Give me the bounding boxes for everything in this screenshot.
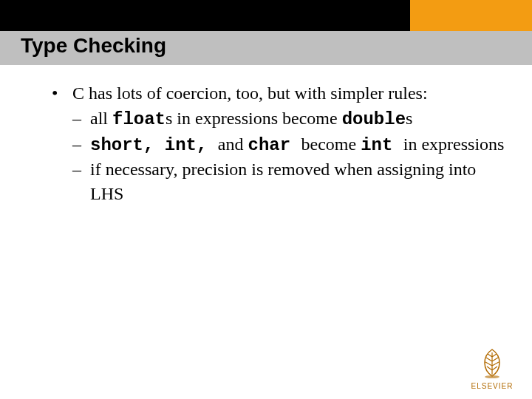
plain-text: all (90, 109, 112, 128)
publisher-logo: ELSEVIER (466, 345, 519, 390)
plain-text: s (406, 109, 412, 128)
sub-bullet-text: if necessary, precision is removed when … (90, 157, 506, 205)
bullet-item: • C has lots of coercion, too, but with … (52, 81, 506, 205)
header-orange-block (410, 0, 532, 31)
sub-bullet-item: –short, int, and char become int in expr… (72, 132, 506, 157)
bullet-text-wrap: C has lots of coercion, too, but with si… (72, 81, 506, 205)
elsevier-tree-icon (474, 345, 510, 381)
sub-bullet-marker: – (72, 157, 90, 205)
sub-bullet-text: short, int, and char become int in expre… (90, 132, 506, 157)
sub-bullet-text: all floats in expressions become doubles (90, 106, 506, 132)
svg-point-1 (485, 375, 499, 378)
sub-bullet-marker: – (72, 132, 90, 157)
sub-bullet-item: –if necessary, precision is removed when… (72, 157, 506, 205)
bullet-text: C has lots of coercion, too, but with si… (72, 81, 506, 105)
plain-text: become (301, 134, 361, 154)
sub-bullet-list: –all floats in expressions become double… (72, 106, 506, 205)
code-text: int (361, 135, 403, 155)
body-content: • C has lots of coercion, too, but with … (52, 81, 506, 205)
sub-bullet-item: –all floats in expressions become double… (72, 106, 506, 132)
bullet-marker: • (52, 81, 72, 205)
code-text: float (112, 109, 166, 129)
sub-bullet-marker: – (72, 106, 90, 132)
code-text: double (342, 109, 406, 129)
plain-text: and (218, 134, 248, 154)
code-text: char (248, 135, 301, 155)
code-text: short, int, (90, 135, 218, 155)
plain-text: s in expressions become (166, 109, 342, 128)
publisher-name: ELSEVIER (466, 382, 519, 390)
plain-text: if necessary, precision is removed when … (90, 160, 476, 202)
slide: Type Checking • C has lots of coercion, … (0, 0, 532, 399)
slide-title: Type Checking (21, 34, 166, 58)
plain-text: in expressions (403, 134, 505, 154)
